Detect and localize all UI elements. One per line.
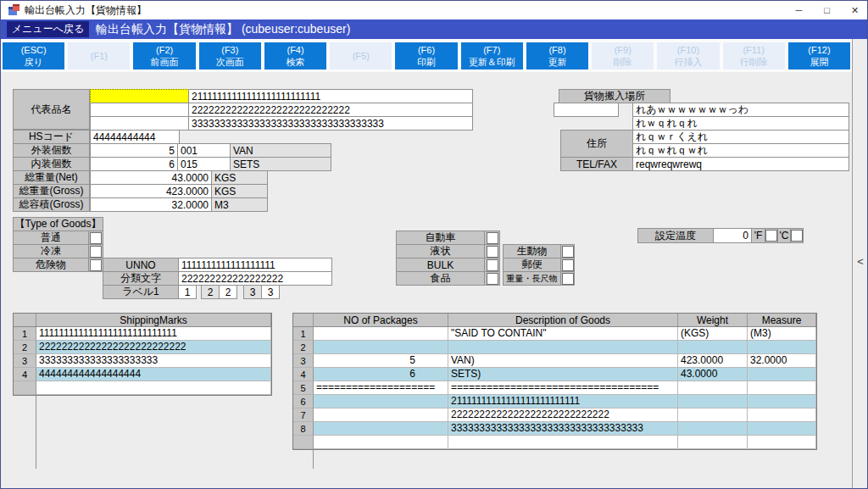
fn-f8-button[interactable]: (F8)更新 xyxy=(526,42,588,69)
packages-cell[interactable]: ==================== xyxy=(314,381,448,395)
measure-cell[interactable] xyxy=(748,381,816,395)
carry-in-place-input-2[interactable]: れｗｑれｑれ xyxy=(632,116,849,131)
row-number[interactable]: 2 xyxy=(293,341,314,354)
measure-cell[interactable] xyxy=(748,436,816,449)
address-input-2[interactable]: れｑｗれｑｗれ xyxy=(632,143,849,158)
measure-cell[interactable] xyxy=(748,408,816,422)
food-checkbox[interactable] xyxy=(487,273,498,285)
outer-unit-code-input[interactable]: 001 xyxy=(177,143,231,158)
net-weight-input[interactable]: 43.0000 xyxy=(90,170,212,185)
inner-unit-code-input[interactable]: 015 xyxy=(177,157,231,171)
shipping-marks-cell[interactable]: 444444444444444444 xyxy=(36,368,271,381)
row-number[interactable]: 1 xyxy=(293,327,314,341)
product-code-input-1[interactable] xyxy=(90,89,189,103)
shipping-marks-cell[interactable]: 333333333333333333333 xyxy=(36,354,271,368)
description-cell[interactable]: SETS) xyxy=(448,368,678,381)
gross-volume-input[interactable]: 32.0000 xyxy=(90,197,212,212)
fn-f6-button[interactable]: (F6)印刷 xyxy=(395,42,457,69)
frozen-checkbox[interactable] xyxy=(90,246,102,258)
packages-cell[interactable]: 5 xyxy=(314,354,448,368)
collapse-panel-arrow[interactable]: < xyxy=(853,255,868,268)
weight-cell[interactable]: 423.0000 xyxy=(678,354,748,368)
shipping-marks-cell[interactable]: 1111111111111111111111111111 xyxy=(36,327,271,341)
telfax-input[interactable]: reqwreqwrewq xyxy=(632,157,849,171)
description-cell[interactable]: 2222222222222222222222222222 xyxy=(448,408,678,422)
row-number[interactable]: 3 xyxy=(293,354,314,368)
description-cell[interactable]: =================================== xyxy=(448,381,678,395)
weight-cell[interactable]: 43.0000 xyxy=(678,368,748,381)
automobile-checkbox[interactable] xyxy=(487,232,498,244)
weight-cell[interactable] xyxy=(678,341,748,354)
shipping-marks-cell[interactable]: 22222222222222222222222222 xyxy=(36,341,271,354)
temperature-input[interactable]: 0 xyxy=(713,228,752,243)
row-number[interactable]: 5 xyxy=(293,381,314,395)
packages-cell[interactable] xyxy=(314,422,448,436)
maximize-button[interactable]: □ xyxy=(813,1,841,19)
label1-input-3[interactable]: 2 xyxy=(219,285,237,299)
measure-cell[interactable]: (M3) xyxy=(748,327,816,341)
unno-input[interactable]: 1111111111111111111 xyxy=(178,258,332,272)
row-number[interactable]: 4 xyxy=(293,368,314,381)
description-cell[interactable]: VAN) xyxy=(448,354,678,368)
shipping-marks-cell[interactable] xyxy=(36,381,271,395)
close-button[interactable]: ✕ xyxy=(841,1,868,19)
packages-cell[interactable] xyxy=(314,436,448,449)
back-to-menu-button[interactable]: メニューへ戻る xyxy=(7,21,89,37)
carry-in-place-input-1[interactable]: れあｗｗｗｗｗｗｗっわ xyxy=(632,103,849,117)
minimize-button[interactable]: ─ xyxy=(785,1,813,19)
row-number[interactable]: 6 xyxy=(293,395,314,408)
description-cell[interactable] xyxy=(448,341,678,354)
inner-qty-input[interactable]: 6 xyxy=(90,157,178,171)
packages-cell[interactable] xyxy=(314,408,448,422)
fn-f7-button[interactable]: (F7)更新＆印刷 xyxy=(461,42,523,69)
packages-cell[interactable]: 6 xyxy=(314,368,448,381)
product-name-input-1[interactable]: 21111111111111111111111111 xyxy=(188,89,473,103)
row-number[interactable] xyxy=(293,436,314,449)
measure-cell[interactable] xyxy=(748,422,816,436)
class-text-input[interactable]: 222222222222222222 xyxy=(178,271,332,286)
mail-checkbox[interactable] xyxy=(562,259,574,271)
measure-cell[interactable]: 32.0000 xyxy=(748,354,816,368)
fahrenheit-checkbox[interactable] xyxy=(765,230,777,242)
product-code-input-3[interactable] xyxy=(90,116,189,131)
label1-input-1[interactable]: 1 xyxy=(178,285,197,299)
hs-code-input[interactable]: 44444444444 xyxy=(90,130,180,144)
weight-cell[interactable] xyxy=(678,436,748,449)
row-number[interactable]: 8 xyxy=(293,422,314,436)
gross-weight-input[interactable]: 423.0000 xyxy=(90,184,212,198)
bulk-checkbox[interactable] xyxy=(487,259,498,271)
description-cell[interactable]: 21111111111111111111111111 xyxy=(448,395,678,408)
measure-cell[interactable] xyxy=(748,368,816,381)
dangerous-checkbox[interactable] xyxy=(90,259,102,271)
label1-input-5[interactable]: 3 xyxy=(261,285,280,299)
product-code-input-2[interactable] xyxy=(90,103,189,117)
fn-f3-button[interactable]: (F3)次画面 xyxy=(199,42,261,69)
row-number[interactable]: 1 xyxy=(14,327,36,341)
packages-cell[interactable] xyxy=(314,395,448,408)
address-input-1[interactable]: れｑｗｒくえれ xyxy=(632,130,849,144)
row-number[interactable]: 7 xyxy=(293,408,314,422)
normal-checkbox[interactable] xyxy=(90,232,102,244)
row-number[interactable]: 4 xyxy=(14,368,36,381)
fn-f4-button[interactable]: (F4)検索 xyxy=(264,42,326,69)
description-cell[interactable]: 3333333333333333333333333333333333 xyxy=(448,422,678,436)
live-animal-checkbox[interactable] xyxy=(562,246,574,258)
row-number[interactable]: 2 xyxy=(14,341,36,354)
weight-cell[interactable]: (KGS) xyxy=(678,327,748,341)
packages-cell[interactable] xyxy=(314,327,448,341)
description-cell[interactable] xyxy=(448,436,678,449)
carry-in-code-input[interactable] xyxy=(554,103,619,117)
weight-cell[interactable] xyxy=(678,422,748,436)
fn-f2-button[interactable]: (F2)前画面 xyxy=(133,42,195,69)
liquid-checkbox[interactable] xyxy=(487,246,498,258)
measure-cell[interactable] xyxy=(748,395,816,408)
weight-cell[interactable] xyxy=(678,408,748,422)
packages-cell[interactable] xyxy=(314,341,448,354)
weight-cell[interactable] xyxy=(678,395,748,408)
measure-cell[interactable] xyxy=(748,341,816,354)
fn-f12-button[interactable]: (F12)展開 xyxy=(788,42,850,69)
row-number[interactable] xyxy=(14,381,36,395)
celsius-checkbox[interactable] xyxy=(791,230,803,242)
row-number[interactable]: 3 xyxy=(14,354,36,368)
product-name-input-2[interactable]: 2222222222222222222222222222 xyxy=(188,103,473,117)
